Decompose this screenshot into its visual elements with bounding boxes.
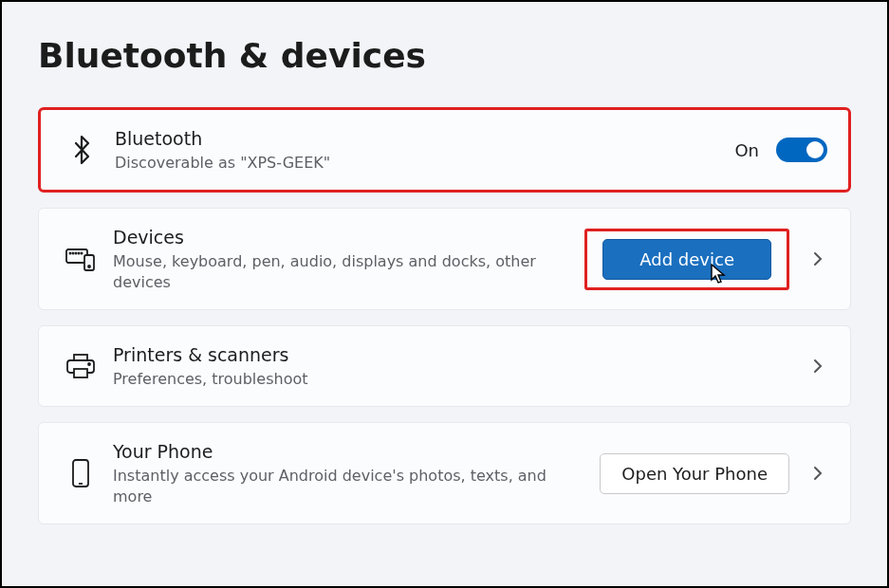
chevron-right-icon [806, 462, 829, 485]
svg-point-10 [88, 363, 90, 365]
printer-icon [60, 353, 102, 379]
add-device-button[interactable]: Add device [602, 239, 771, 280]
add-device-highlight: Add device [584, 229, 789, 290]
devices-subtitle: Mouse, keyboard, pen, audio, displays an… [113, 251, 567, 292]
chevron-right-icon [806, 248, 829, 270]
devices-title: Devices [113, 226, 567, 249]
printers-title: Printers & scanners [113, 343, 789, 367]
phone-icon [60, 458, 102, 488]
svg-point-7 [88, 266, 90, 267]
bluetooth-icon [62, 135, 103, 165]
your-phone-card[interactable]: Your Phone Instantly access your Android… [38, 422, 851, 524]
svg-point-4 [78, 253, 79, 254]
svg-rect-9 [74, 369, 87, 377]
bluetooth-title: Bluetooth [115, 127, 717, 151]
phone-subtitle: Instantly access your Android device's p… [113, 466, 583, 506]
phone-title: Your Phone [113, 440, 583, 464]
svg-point-2 [72, 253, 73, 254]
svg-point-1 [69, 253, 70, 254]
bluetooth-subtitle: Discoverable as "XPS-GEEK" [115, 153, 717, 174]
devices-icon [60, 247, 102, 271]
devices-card[interactable]: Devices Mouse, keyboard, pen, audio, dis… [38, 208, 851, 310]
bluetooth-card: Bluetooth Discoverable as "XPS-GEEK" On [38, 107, 851, 193]
svg-rect-11 [73, 460, 88, 487]
printers-card[interactable]: Printers & scanners Preferences, trouble… [38, 325, 851, 407]
svg-point-3 [75, 253, 76, 254]
chevron-right-icon [806, 355, 829, 377]
bluetooth-state-label: On [734, 140, 759, 160]
printers-subtitle: Preferences, troubleshoot [113, 369, 789, 390]
svg-point-5 [81, 253, 82, 254]
page-title: Bluetooth & devices [38, 36, 851, 75]
bluetooth-toggle[interactable] [776, 138, 827, 162]
open-your-phone-button[interactable]: Open Your Phone [600, 453, 789, 494]
